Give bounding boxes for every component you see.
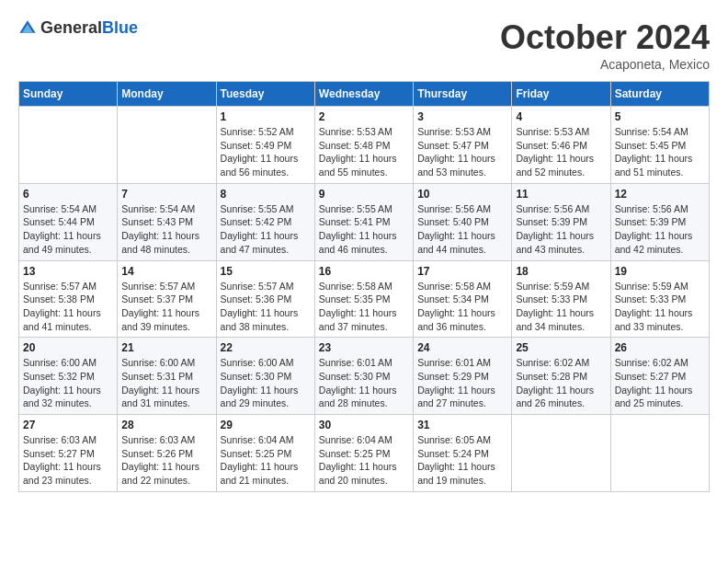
table-row: 21Sunrise: 6:00 AMSunset: 5:31 PMDayligh…	[118, 338, 216, 415]
logo-general: GeneralBlue	[40, 18, 138, 38]
table-row: 26Sunrise: 6:02 AMSunset: 5:27 PMDayligh…	[610, 338, 709, 415]
calendar-header-row: Sunday Monday Tuesday Wednesday Thursday…	[19, 82, 710, 107]
day-info: Sunrise: 5:58 AMSunset: 5:35 PMDaylight:…	[319, 280, 409, 334]
calendar-table: Sunday Monday Tuesday Wednesday Thursday…	[18, 81, 710, 492]
table-row: 16Sunrise: 5:58 AMSunset: 5:35 PMDayligh…	[314, 260, 413, 338]
table-row: 13Sunrise: 5:57 AMSunset: 5:38 PMDayligh…	[19, 260, 118, 338]
table-row: 12Sunrise: 5:56 AMSunset: 5:39 PMDayligh…	[610, 183, 709, 260]
day-info: Sunrise: 6:02 AMSunset: 5:28 PMDaylight:…	[516, 356, 606, 410]
day-info: Sunrise: 5:56 AMSunset: 5:40 PMDaylight:…	[417, 202, 507, 257]
day-number: 9	[319, 188, 409, 201]
day-number: 8	[221, 188, 311, 201]
calendar-week-row: 1Sunrise: 5:52 AMSunset: 5:49 PMDaylight…	[19, 107, 710, 184]
calendar-week-row: 27Sunrise: 6:03 AMSunset: 5:27 PMDayligh…	[19, 415, 710, 492]
logo-icon	[18, 19, 37, 38]
table-row	[512, 415, 610, 492]
day-number: 16	[319, 265, 409, 278]
day-number: 24	[417, 341, 507, 354]
table-row: 27Sunrise: 6:03 AMSunset: 5:27 PMDayligh…	[19, 415, 118, 492]
day-number: 17	[417, 265, 507, 278]
day-info: Sunrise: 5:59 AMSunset: 5:33 PMDaylight:…	[516, 280, 606, 334]
col-wednesday: Wednesday	[314, 82, 413, 107]
day-info: Sunrise: 6:01 AMSunset: 5:30 PMDaylight:…	[319, 356, 409, 410]
day-info: Sunrise: 6:03 AMSunset: 5:26 PMDaylight:…	[121, 433, 211, 488]
calendar-week-row: 6Sunrise: 5:54 AMSunset: 5:44 PMDaylight…	[19, 183, 710, 260]
day-number: 11	[516, 188, 606, 201]
day-number: 30	[319, 419, 409, 431]
day-info: Sunrise: 5:53 AMSunset: 5:48 PMDaylight:…	[319, 125, 409, 179]
table-row: 28Sunrise: 6:03 AMSunset: 5:26 PMDayligh…	[118, 415, 216, 492]
table-row: 6Sunrise: 5:54 AMSunset: 5:44 PMDaylight…	[19, 183, 118, 260]
day-number: 26	[615, 341, 705, 354]
col-sunday: Sunday	[19, 82, 118, 107]
day-info: Sunrise: 6:04 AMSunset: 5:25 PMDaylight:…	[221, 433, 311, 488]
day-number: 7	[121, 188, 211, 201]
table-row	[19, 107, 118, 184]
table-row: 9Sunrise: 5:55 AMSunset: 5:41 PMDaylight…	[314, 183, 413, 260]
day-number: 3	[417, 110, 507, 123]
col-friday: Friday	[512, 82, 610, 107]
table-row: 3Sunrise: 5:53 AMSunset: 5:47 PMDaylight…	[414, 107, 512, 184]
day-number: 31	[417, 419, 507, 431]
day-number: 10	[417, 188, 507, 201]
table-row: 7Sunrise: 5:54 AMSunset: 5:43 PMDaylight…	[118, 183, 216, 260]
day-number: 2	[319, 110, 409, 123]
day-number: 21	[121, 341, 211, 354]
table-row: 15Sunrise: 5:57 AMSunset: 5:36 PMDayligh…	[216, 260, 314, 338]
day-number: 14	[121, 265, 211, 278]
title-block: October 2024 Acaponeta, Mexico	[500, 18, 710, 72]
day-number: 20	[23, 341, 113, 354]
calendar-week-row: 13Sunrise: 5:57 AMSunset: 5:38 PMDayligh…	[19, 260, 710, 338]
table-row: 24Sunrise: 6:01 AMSunset: 5:29 PMDayligh…	[414, 338, 512, 415]
day-info: Sunrise: 5:57 AMSunset: 5:38 PMDaylight:…	[23, 280, 113, 334]
day-number: 6	[23, 188, 113, 201]
logo: GeneralBlue	[18, 18, 138, 38]
table-row: 4Sunrise: 5:53 AMSunset: 5:46 PMDaylight…	[512, 107, 610, 184]
table-row: 11Sunrise: 5:56 AMSunset: 5:39 PMDayligh…	[512, 183, 610, 260]
col-thursday: Thursday	[414, 82, 512, 107]
day-number: 4	[516, 110, 606, 123]
day-info: Sunrise: 5:53 AMSunset: 5:47 PMDaylight:…	[417, 125, 507, 179]
day-info: Sunrise: 5:55 AMSunset: 5:41 PMDaylight:…	[319, 202, 409, 257]
table-row: 22Sunrise: 6:00 AMSunset: 5:30 PMDayligh…	[216, 338, 314, 415]
table-row: 10Sunrise: 5:56 AMSunset: 5:40 PMDayligh…	[414, 183, 512, 260]
calendar-week-row: 20Sunrise: 6:00 AMSunset: 5:32 PMDayligh…	[19, 338, 710, 415]
table-row: 20Sunrise: 6:00 AMSunset: 5:32 PMDayligh…	[19, 338, 118, 415]
table-row: 2Sunrise: 5:53 AMSunset: 5:48 PMDaylight…	[314, 107, 413, 184]
page-header: GeneralBlue October 2024 Acaponeta, Mexi…	[18, 18, 710, 72]
day-number: 12	[615, 188, 705, 201]
day-info: Sunrise: 5:53 AMSunset: 5:46 PMDaylight:…	[516, 125, 606, 179]
table-row: 30Sunrise: 6:04 AMSunset: 5:25 PMDayligh…	[314, 415, 413, 492]
day-info: Sunrise: 5:54 AMSunset: 5:44 PMDaylight:…	[23, 202, 113, 257]
table-row: 29Sunrise: 6:04 AMSunset: 5:25 PMDayligh…	[216, 415, 314, 492]
table-row: 19Sunrise: 5:59 AMSunset: 5:33 PMDayligh…	[610, 260, 709, 338]
col-tuesday: Tuesday	[216, 82, 314, 107]
day-number: 27	[23, 419, 113, 431]
day-number: 29	[221, 419, 311, 431]
table-row: 14Sunrise: 5:57 AMSunset: 5:37 PMDayligh…	[118, 260, 216, 338]
day-number: 15	[221, 265, 311, 278]
col-monday: Monday	[118, 82, 216, 107]
location: Acaponeta, Mexico	[500, 57, 710, 72]
table-row: 25Sunrise: 6:02 AMSunset: 5:28 PMDayligh…	[512, 338, 610, 415]
day-info: Sunrise: 6:00 AMSunset: 5:30 PMDaylight:…	[221, 356, 311, 410]
table-row	[118, 107, 216, 184]
day-number: 13	[23, 265, 113, 278]
table-row: 18Sunrise: 5:59 AMSunset: 5:33 PMDayligh…	[512, 260, 610, 338]
day-info: Sunrise: 6:02 AMSunset: 5:27 PMDaylight:…	[615, 356, 705, 410]
day-info: Sunrise: 5:52 AMSunset: 5:49 PMDaylight:…	[221, 125, 311, 179]
day-number: 19	[615, 265, 705, 278]
day-number: 5	[615, 110, 705, 123]
day-info: Sunrise: 5:56 AMSunset: 5:39 PMDaylight:…	[615, 202, 705, 257]
day-info: Sunrise: 6:03 AMSunset: 5:27 PMDaylight:…	[23, 433, 113, 488]
table-row: 1Sunrise: 5:52 AMSunset: 5:49 PMDaylight…	[216, 107, 314, 184]
day-info: Sunrise: 6:05 AMSunset: 5:24 PMDaylight:…	[417, 433, 507, 488]
table-row: 31Sunrise: 6:05 AMSunset: 5:24 PMDayligh…	[414, 415, 512, 492]
table-row	[610, 415, 709, 492]
day-info: Sunrise: 5:58 AMSunset: 5:34 PMDaylight:…	[417, 280, 507, 334]
day-number: 25	[516, 341, 606, 354]
day-number: 23	[319, 341, 409, 354]
day-number: 1	[221, 110, 311, 123]
day-number: 28	[121, 419, 211, 431]
day-number: 18	[516, 265, 606, 278]
